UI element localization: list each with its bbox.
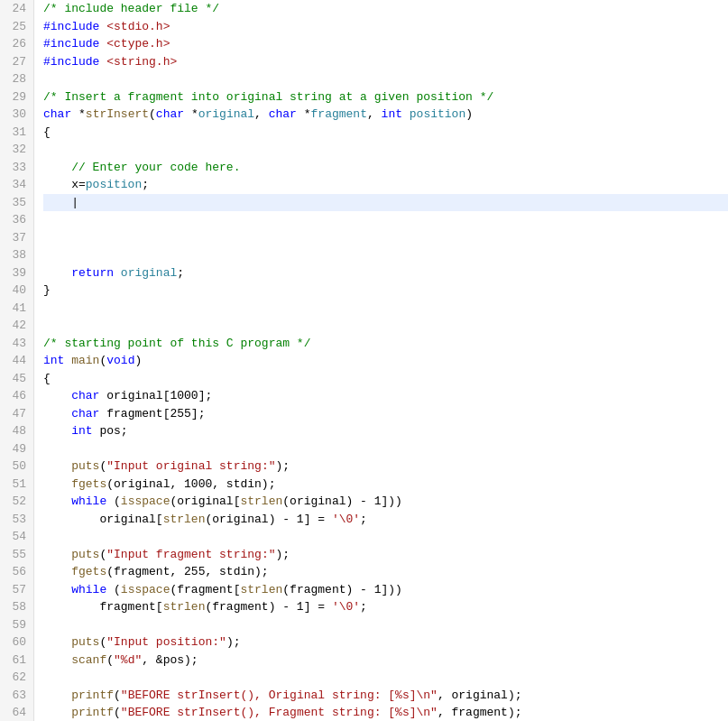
code-line: fgets(original, 1000, stdin); <box>43 476 728 494</box>
token-string: <ctype.h> <box>106 37 170 51</box>
token-plain: (original, 1000, stdin); <box>106 477 275 491</box>
token-plain: ) <box>465 107 473 121</box>
token-plain: (fragment) - 1])) <box>282 583 402 596</box>
code-line <box>43 300 728 318</box>
code-line: x=position; <box>43 176 728 194</box>
token-string: "Input original string:" <box>106 459 275 473</box>
line-number: 51 <box>7 476 26 494</box>
line-number: 60 <box>7 633 26 652</box>
code-line: while (isspace(original[strlen(original)… <box>43 493 728 511</box>
token-plain: ( <box>106 495 121 508</box>
token-plain: ( <box>106 653 114 667</box>
line-number: 64 <box>7 704 26 721</box>
token-type: int <box>71 424 92 438</box>
code-line: puts("Input fragment string:"); <box>43 546 728 564</box>
code-line: return original; <box>43 264 728 282</box>
line-number: 48 <box>7 422 26 440</box>
token-plain: ); <box>226 635 241 649</box>
code-line: int pos; <box>43 422 728 440</box>
token-function: printf <box>71 689 114 702</box>
token-function: main <box>71 354 99 367</box>
line-number: 43 <box>7 335 26 353</box>
token-type: char <box>71 389 99 402</box>
token-plain: ); <box>275 459 290 473</box>
line-number: 54 <box>7 528 26 546</box>
token-plain <box>43 477 71 491</box>
token-plain: | <box>43 196 78 209</box>
token-plain: (original) - 1])) <box>282 495 402 508</box>
line-number: 32 <box>7 141 26 159</box>
code-line: char original[1000]; <box>43 387 728 405</box>
code-line: /* include header file */ <box>43 0 728 18</box>
line-number: 29 <box>7 88 26 106</box>
code-line: fgets(fragment, 255, stdin); <box>43 563 728 581</box>
token-plain: pos; <box>93 424 128 438</box>
token-plain <box>43 565 71 578</box>
line-number: 25 <box>7 18 26 36</box>
token-plain: (original) - 1] = <box>205 513 331 526</box>
line-number: 52 <box>7 493 26 511</box>
token-plain <box>43 407 71 421</box>
token-plain: ( <box>114 706 121 719</box>
token-function: strlen <box>240 495 282 508</box>
token-function: fgets <box>71 477 106 491</box>
token-function: printf <box>71 706 114 719</box>
code-line: while (isspace(fragment[strlen(fragment)… <box>43 581 728 599</box>
code-line <box>43 70 728 88</box>
code-area[interactable]: /* include header file */#include <stdio… <box>34 0 728 721</box>
token-plain: (fragment) - 1] = <box>205 600 331 614</box>
line-number: 53 <box>7 511 26 529</box>
line-number: 47 <box>7 405 26 423</box>
code-line: printf("BEFORE strInsert(), Fragment str… <box>43 704 728 721</box>
code-line <box>43 616 728 634</box>
code-line <box>43 141 728 159</box>
code-line <box>43 246 728 264</box>
token-plain: * <box>71 107 86 121</box>
token-plain <box>43 653 71 667</box>
line-number: 46 <box>7 387 26 405</box>
line-number: 63 <box>7 687 26 705</box>
token-plain: { <box>43 372 51 385</box>
token-function: isspace <box>121 583 170 596</box>
token-plain: ); <box>275 548 290 561</box>
line-number: 44 <box>7 352 26 370</box>
code-line: } <box>43 282 728 300</box>
token-plain: , <box>367 107 382 121</box>
line-number: 57 <box>7 581 26 599</box>
token-plain: x= <box>43 178 86 191</box>
code-line <box>43 440 728 458</box>
code-line: printf("BEFORE strInsert(), Original str… <box>43 687 728 705</box>
token-plain: (original[ <box>170 495 240 508</box>
token-function: puts <box>71 635 99 649</box>
line-number: 36 <box>7 211 26 229</box>
line-number: 61 <box>7 652 26 670</box>
token-param: fragment <box>311 107 367 121</box>
token-plain <box>43 459 71 473</box>
code-line: char fragment[255]; <box>43 405 728 423</box>
token-comment: /* Insert a fragment into original strin… <box>43 90 493 104</box>
token-type: char <box>71 407 99 421</box>
line-number: 58 <box>7 598 26 616</box>
token-plain <box>43 389 71 402</box>
token-type: int <box>382 107 402 121</box>
line-number: 24 <box>7 0 26 18</box>
line-number: 45 <box>7 370 26 388</box>
code-line: puts("Input position:"); <box>43 633 728 652</box>
code-line: char *strInsert(char *original, char *fr… <box>43 106 728 124</box>
line-number: 37 <box>7 229 26 247</box>
code-line: { <box>43 124 728 142</box>
code-line: scanf("%d", &pos); <box>43 652 728 670</box>
code-line <box>43 669 728 687</box>
code-line: fragment[strlen(fragment) - 1] = '\0'; <box>43 598 728 616</box>
code-editor: 2425262728293031323334353637383940414243… <box>0 0 728 721</box>
token-string: "Input fragment string:" <box>106 548 275 561</box>
token-plain: (fragment[ <box>170 583 240 596</box>
code-line: int main(void) <box>43 352 728 370</box>
token-plain <box>43 495 71 508</box>
token-plain: ( <box>106 583 121 596</box>
code-line <box>43 528 728 546</box>
token-param: position <box>86 178 142 191</box>
token-plain: ( <box>149 107 156 121</box>
line-number: 50 <box>7 458 26 476</box>
token-preprocessor: #include <box>43 55 99 69</box>
